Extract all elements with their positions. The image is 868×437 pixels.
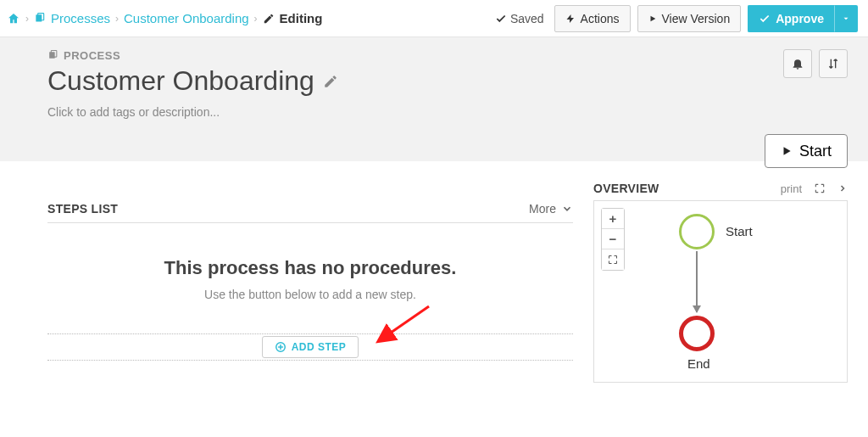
more-label: More [529,202,556,216]
saved-indicator: Saved [495,12,544,25]
flow-edge [696,251,698,312]
pencil-icon[interactable] [323,74,338,89]
end-node[interactable] [679,316,715,351]
processes-link[interactable]: Processes [34,11,110,25]
add-step-label: ADD STEP [292,341,347,353]
end-node-label: End [687,356,710,371]
saved-label: Saved [510,12,544,25]
sort-icon [826,57,840,70]
chevron-right-icon [837,182,848,194]
breadcrumb-sep: › [25,13,29,25]
overview-header: OVERVIEW print [593,182,848,200]
start-node-label: Start [726,224,753,238]
check-icon [495,13,507,25]
start-label: Start [799,143,832,160]
home-link[interactable] [7,12,20,25]
parent-link[interactable]: Customer Onboarding [124,11,249,25]
breadcrumb: › Processes › Customer Onboarding › Edit… [7,11,495,25]
page-title[interactable]: Customer Onboarding [47,65,314,97]
copy-icon [47,50,58,61]
overview-title: OVERVIEW [593,182,659,195]
header-icon-actions [783,49,848,78]
start-node[interactable] [679,214,715,249]
main-content: STEPS LIST More This process has no proc… [0,161,868,383]
processes-label: Processes [51,11,110,25]
steps-panel: STEPS LIST More This process has no proc… [47,182,573,383]
overview-panel: OVERVIEW print + − Start [593,182,848,383]
current-label: Editing [280,11,323,25]
play-icon [648,14,657,24]
chevron-down-icon [561,203,573,215]
empty-state: This process has no procedures. Use the … [47,223,573,317]
topbar-actions: Saved Actions View Version Approve [495,5,858,32]
pencil-icon [263,13,275,25]
empty-title: This process has no procedures. [47,257,573,279]
current-crumb: Editing [263,11,323,25]
next-button[interactable] [837,182,848,194]
play-icon [781,144,793,158]
bell-icon [791,57,804,70]
bolt-icon [565,13,576,25]
tags-placeholder[interactable]: Click to add tags or description... [47,105,848,119]
approve-dropdown[interactable] [834,5,858,32]
actions-label: Actions [581,12,620,25]
expand-icon [814,182,826,194]
actions-button[interactable]: Actions [554,5,631,32]
zoom-in-button[interactable]: + [602,209,624,229]
view-version-label: View Version [662,12,731,25]
approve-label: Approve [776,12,824,25]
steps-title: STEPS LIST [47,202,118,216]
section-text: PROCESS [64,49,120,62]
page-header: PROCESS Customer Onboarding Click to add… [0,37,868,161]
home-icon [7,12,20,25]
page-title-row: Customer Onboarding [47,65,848,97]
check-icon [759,13,771,25]
expand-button[interactable] [814,182,826,194]
overview-canvas[interactable]: + − Start End [593,200,848,383]
copy-icon [34,13,46,25]
zoom-controls: + − [601,208,625,271]
breadcrumb-sep: › [254,13,258,25]
empty-subtitle: Use the button below to add a new step. [47,288,573,301]
print-link[interactable]: print [781,182,802,195]
add-step-button[interactable]: ADD STEP [262,336,359,358]
approve-split: Approve [748,5,858,32]
sort-button[interactable] [819,49,848,78]
notifications-button[interactable] [783,49,812,78]
breadcrumb-sep: › [115,13,119,25]
plus-circle-icon [275,341,287,353]
add-step-row: ADD STEP [47,333,573,361]
steps-header: STEPS LIST More [47,202,573,223]
zoom-fit-button[interactable] [602,249,624,270]
top-bar: › Processes › Customer Onboarding › Edit… [0,0,868,37]
view-version-button[interactable]: View Version [637,5,742,32]
section-label: PROCESS [47,49,120,62]
steps-more[interactable]: More [529,202,573,216]
zoom-out-button[interactable]: − [602,229,624,249]
fullscreen-icon [608,255,618,265]
caret-down-icon [842,14,850,23]
approve-button[interactable]: Approve [748,5,834,32]
start-button[interactable]: Start [765,134,848,168]
